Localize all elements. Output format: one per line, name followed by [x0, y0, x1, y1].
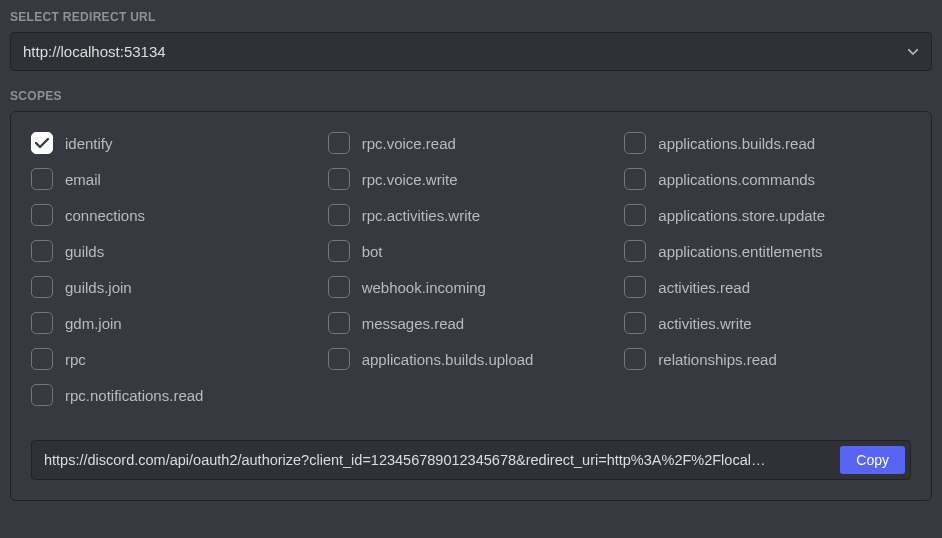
scope-item-guilds: guilds: [31, 240, 318, 262]
scope-checkbox-webhook-incoming[interactable]: [328, 276, 350, 298]
scope-label[interactable]: guilds.join: [65, 279, 132, 296]
scope-item-applications-store-update: applications.store.update: [624, 204, 911, 226]
scope-item-activities-read: activities.read: [624, 276, 911, 298]
scope-item-email: email: [31, 168, 318, 190]
scope-label[interactable]: rpc.notifications.read: [65, 387, 203, 404]
scope-checkbox-guilds-join[interactable]: [31, 276, 53, 298]
scope-checkbox-rpc[interactable]: [31, 348, 53, 370]
scopes-panel: identifyrpc.voice.readapplications.build…: [10, 111, 932, 501]
scope-checkbox-applications-store-update[interactable]: [624, 204, 646, 226]
scope-checkbox-rpc-notifications-read[interactable]: [31, 384, 53, 406]
scope-checkbox-rpc-activities-write[interactable]: [328, 204, 350, 226]
scope-checkbox-rpc-voice-read[interactable]: [328, 132, 350, 154]
scope-item-applications-builds-upload: applications.builds.upload: [328, 348, 615, 370]
scope-checkbox-applications-entitlements[interactable]: [624, 240, 646, 262]
scope-item-bot: bot: [328, 240, 615, 262]
generated-url-text[interactable]: https://discord.com/api/oauth2/authorize…: [44, 452, 830, 468]
scope-item-applications-entitlements: applications.entitlements: [624, 240, 911, 262]
scope-item-relationships-read: relationships.read: [624, 348, 911, 370]
scopes-grid: identifyrpc.voice.readapplications.build…: [31, 132, 911, 406]
scope-label[interactable]: rpc.activities.write: [362, 207, 480, 224]
scope-checkbox-connections[interactable]: [31, 204, 53, 226]
scope-item-rpc-voice-read: rpc.voice.read: [328, 132, 615, 154]
scope-checkbox-gdm-join[interactable]: [31, 312, 53, 334]
scope-checkbox-applications-builds-upload[interactable]: [328, 348, 350, 370]
scope-checkbox-activities-read[interactable]: [624, 276, 646, 298]
scope-item-rpc: rpc: [31, 348, 318, 370]
generated-url-row: https://discord.com/api/oauth2/authorize…: [31, 440, 911, 480]
redirect-url-label: SELECT REDIRECT URL: [10, 10, 932, 24]
scope-label[interactable]: email: [65, 171, 101, 188]
scope-label[interactable]: activities.read: [658, 279, 750, 296]
scope-item-rpc-notifications-read: rpc.notifications.read: [31, 384, 318, 406]
scopes-label: SCOPES: [10, 89, 932, 103]
scope-item-rpc-voice-write: rpc.voice.write: [328, 168, 615, 190]
scope-label[interactable]: applications.builds.upload: [362, 351, 534, 368]
scope-label[interactable]: applications.commands: [658, 171, 815, 188]
scope-label[interactable]: webhook.incoming: [362, 279, 486, 296]
scope-label[interactable]: applications.store.update: [658, 207, 825, 224]
scope-label[interactable]: gdm.join: [65, 315, 122, 332]
scope-item-webhook-incoming: webhook.incoming: [328, 276, 615, 298]
scope-checkbox-bot[interactable]: [328, 240, 350, 262]
scope-label[interactable]: applications.builds.read: [658, 135, 815, 152]
scope-label[interactable]: applications.entitlements: [658, 243, 822, 260]
scope-item-applications-commands: applications.commands: [624, 168, 911, 190]
scope-item-identify: identify: [31, 132, 318, 154]
scope-item-gdm-join: gdm.join: [31, 312, 318, 334]
scope-item-activities-write: activities.write: [624, 312, 911, 334]
scope-item-messages-read: messages.read: [328, 312, 615, 334]
scope-item-connections: connections: [31, 204, 318, 226]
scope-label[interactable]: connections: [65, 207, 145, 224]
scope-checkbox-applications-builds-read[interactable]: [624, 132, 646, 154]
scope-checkbox-applications-commands[interactable]: [624, 168, 646, 190]
scope-checkbox-activities-write[interactable]: [624, 312, 646, 334]
copy-button[interactable]: Copy: [840, 446, 905, 474]
scope-label[interactable]: messages.read: [362, 315, 465, 332]
scope-item-guilds-join: guilds.join: [31, 276, 318, 298]
scope-checkbox-relationships-read[interactable]: [624, 348, 646, 370]
scope-label[interactable]: identify: [65, 135, 113, 152]
scope-checkbox-identify[interactable]: [31, 132, 53, 154]
scope-label[interactable]: rpc.voice.read: [362, 135, 456, 152]
scope-checkbox-guilds[interactable]: [31, 240, 53, 262]
redirect-url-select[interactable]: http://localhost:53134: [10, 32, 932, 71]
scope-checkbox-messages-read[interactable]: [328, 312, 350, 334]
scope-label[interactable]: relationships.read: [658, 351, 776, 368]
scope-item-rpc-activities-write: rpc.activities.write: [328, 204, 615, 226]
scope-checkbox-email[interactable]: [31, 168, 53, 190]
scope-label[interactable]: guilds: [65, 243, 104, 260]
scope-label[interactable]: rpc.voice.write: [362, 171, 458, 188]
scope-item-applications-builds-read: applications.builds.read: [624, 132, 911, 154]
scope-label[interactable]: bot: [362, 243, 383, 260]
redirect-url-select-wrap: http://localhost:53134: [10, 32, 932, 71]
scope-checkbox-rpc-voice-write[interactable]: [328, 168, 350, 190]
scope-label[interactable]: rpc: [65, 351, 86, 368]
scope-label[interactable]: activities.write: [658, 315, 751, 332]
